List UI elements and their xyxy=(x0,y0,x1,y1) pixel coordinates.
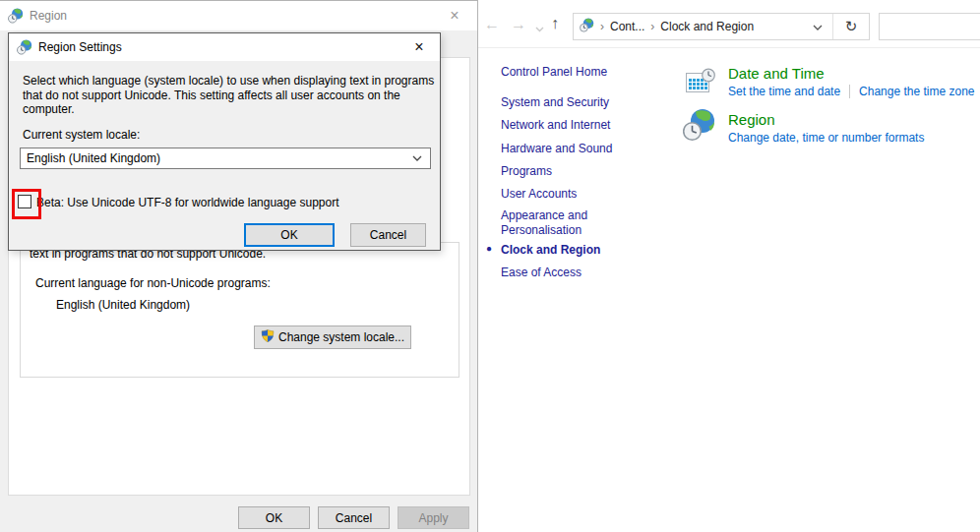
region-ok-button[interactable]: OK xyxy=(238,506,310,529)
breadcrumb: › Cont... › Clock and Region xyxy=(574,14,809,39)
date-and-time-icon[interactable] xyxy=(685,67,716,101)
up-icon[interactable]: ↑ xyxy=(551,16,559,31)
change-formats-link[interactable]: Change date, time or number formats xyxy=(728,131,924,145)
sidebar-item-home[interactable]: Control Panel Home xyxy=(501,65,607,79)
change-system-locale-label: Change system locale... xyxy=(278,330,404,344)
sidebar-item-clock-and-region[interactable]: Clock and Region xyxy=(501,243,600,257)
region-cancel-button[interactable]: Cancel xyxy=(318,506,390,529)
region-dialog: Region × text in programs that do not su… xyxy=(0,0,478,532)
refresh-icon: ↻ xyxy=(845,18,858,35)
search-input[interactable] xyxy=(880,14,980,39)
change-system-locale-button[interactable]: Change system locale... xyxy=(254,325,411,349)
breadcrumb-control-panel[interactable]: Cont... xyxy=(610,20,644,33)
date-and-time-title[interactable]: Date and Time xyxy=(728,65,825,82)
forward-icon[interactable]: → xyxy=(511,17,526,32)
clock-region-icon xyxy=(580,18,594,35)
address-bar[interactable]: › Cont... › Clock and Region ↻ xyxy=(573,13,870,40)
region-settings-title: Region Settings xyxy=(38,40,122,54)
current-system-locale-label: Current system locale: xyxy=(23,128,140,142)
locale-description: Select which language (system locale) to… xyxy=(23,74,434,117)
settings-cancel-button[interactable]: Cancel xyxy=(350,223,426,247)
search-box[interactable] xyxy=(879,13,980,40)
refresh-button[interactable]: ↻ xyxy=(832,14,869,39)
history-chevron-icon[interactable] xyxy=(535,22,544,35)
breadcrumb-separator-icon: › xyxy=(600,20,604,33)
sidebar-item-programs[interactable]: Programs xyxy=(501,164,552,178)
system-locale-select[interactable]: English (United Kingdom) xyxy=(20,148,431,169)
set-time-date-link[interactable]: Set the time and date xyxy=(728,85,840,98)
sidebar-item-user-accounts[interactable]: User Accounts xyxy=(501,187,577,201)
sidebar-item-hardware-sound[interactable]: Hardware and Sound xyxy=(501,142,612,155)
region-settings-titlebar: Region Settings × xyxy=(9,33,440,61)
current-language-value: English (United Kingdom) xyxy=(56,298,190,312)
region-icon[interactable] xyxy=(683,108,716,145)
region-dialog-title: Region xyxy=(30,9,67,23)
region-title[interactable]: Region xyxy=(728,111,775,128)
breadcrumb-separator-icon: › xyxy=(650,20,654,33)
task-divider xyxy=(849,85,850,98)
screen: ← → ↑ xyxy=(0,0,980,532)
uac-shield-icon xyxy=(261,328,275,346)
highlight-red-box xyxy=(12,189,41,219)
date-and-time-tasks: Set the time and date Change the time zo… xyxy=(728,85,975,98)
chevron-down-icon xyxy=(412,151,422,165)
change-time-zone-link[interactable]: Change the time zone xyxy=(859,85,974,98)
region-apply-button[interactable]: Apply xyxy=(398,506,469,529)
region-settings-dialog: Region Settings × Select which language … xyxy=(8,32,441,251)
active-item-bullet-icon: ● xyxy=(486,243,492,254)
globe-clock-icon xyxy=(8,8,24,27)
sidebar-item-network-internet[interactable]: Network and Internet xyxy=(501,118,610,132)
close-icon[interactable]: × xyxy=(432,1,477,30)
sidebar-item-ease-of-access[interactable]: Ease of Access xyxy=(501,266,582,279)
current-language-label: Current language for non-Unicode program… xyxy=(35,276,271,290)
region-tasks: Change date, time or number formats xyxy=(728,131,924,145)
utf8-beta-checkbox-label[interactable]: Beta: Use Unicode UTF-8 for worldwide la… xyxy=(36,196,339,209)
sidebar-item-appearance-personalisation[interactable]: Appearance and Personalisation xyxy=(501,208,653,238)
close-icon[interactable]: × xyxy=(398,33,440,60)
globe-clock-icon xyxy=(17,39,32,58)
control-panel-window: ← → ↑ xyxy=(478,0,980,532)
sidebar-item-system-security[interactable]: System and Security xyxy=(501,95,609,109)
system-locale-value: English (United Kingdom) xyxy=(27,151,412,165)
toolbar: ← → ↑ xyxy=(478,0,980,48)
back-icon[interactable]: ← xyxy=(484,17,500,32)
settings-ok-button[interactable]: OK xyxy=(244,223,335,247)
address-dropdown-icon[interactable] xyxy=(813,21,823,34)
breadcrumb-clock-and-region[interactable]: Clock and Region xyxy=(660,20,754,33)
region-dialog-titlebar: Region × xyxy=(0,1,477,30)
